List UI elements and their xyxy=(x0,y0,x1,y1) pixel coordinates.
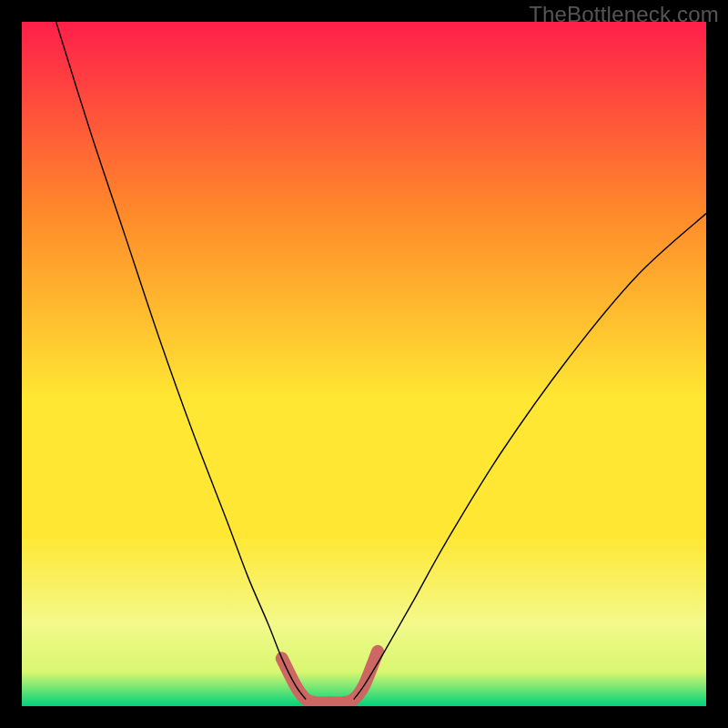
plot-area xyxy=(22,22,706,706)
gradient-background xyxy=(22,22,706,706)
chart-frame: TheBottleneck.com xyxy=(0,0,728,728)
chart-svg xyxy=(22,22,706,706)
watermark: TheBottleneck.com xyxy=(529,2,719,27)
